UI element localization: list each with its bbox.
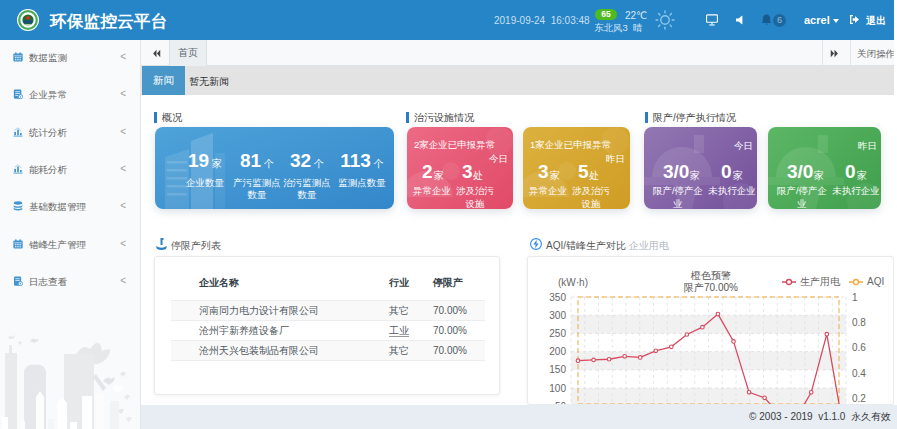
svg-text:AQI: AQI xyxy=(867,276,884,287)
svg-text:300: 300 xyxy=(549,310,566,321)
svg-text:200: 200 xyxy=(549,346,566,357)
svg-text:(kW·h): (kW·h) xyxy=(558,277,588,288)
svg-text:150: 150 xyxy=(549,364,566,375)
svg-text:350: 350 xyxy=(549,292,566,303)
svg-text:生产用电: 生产用电 xyxy=(800,276,841,287)
svg-text:0.4: 0.4 xyxy=(852,368,866,379)
svg-text:250: 250 xyxy=(549,328,566,339)
svg-text:50: 50 xyxy=(555,401,567,404)
svg-text:0.8: 0.8 xyxy=(852,317,866,328)
svg-text:0.2: 0.2 xyxy=(852,393,866,404)
svg-text:100: 100 xyxy=(549,383,566,394)
svg-text:0.6: 0.6 xyxy=(852,342,866,353)
svg-text:1: 1 xyxy=(852,292,858,303)
svg-text:限产70.00%: 限产70.00% xyxy=(684,282,738,293)
svg-text:橙色预警: 橙色预警 xyxy=(690,270,731,281)
